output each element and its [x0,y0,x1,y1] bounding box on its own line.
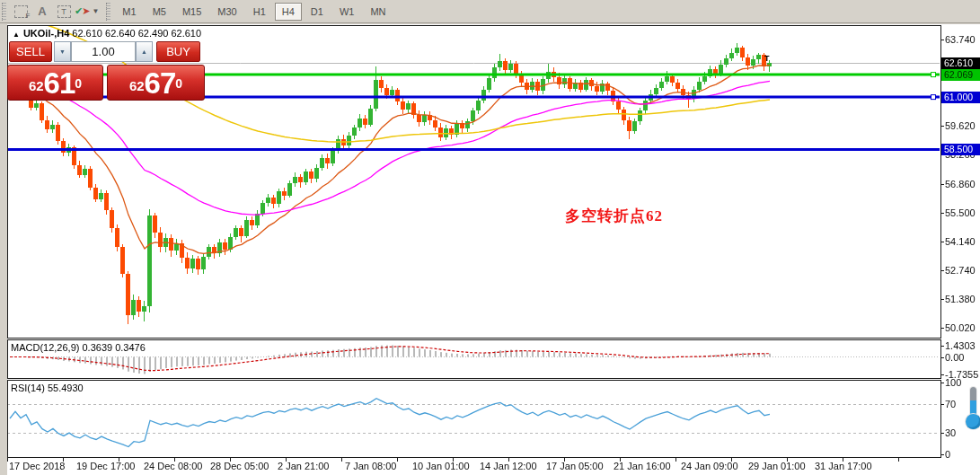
buy-price-box[interactable]: 62670 [107,65,205,101]
price-tick-label: 56.860 [945,179,976,189]
timeframe-button-h4[interactable]: H4 [275,3,302,21]
symbol-period-label: UKOil-,H4 [23,28,69,39]
thermometer-bulb-icon [966,414,980,429]
arrow-objects-icon: ✔➤ [75,5,89,17]
price-tick-label: 50.020 [945,322,976,333]
ohlc-readout: 62.610 62.640 62.490 62.610 [72,28,201,39]
price-level-badge: 62.069 [941,69,980,81]
timeframe-button-h1[interactable]: H1 [246,3,273,21]
timeframe-button-m15[interactable]: M15 [175,3,208,21]
top-toolbar: F A T ✔➤ ▼ M1M5M15M30H1H4D1W1MN [0,0,980,23]
price-tick-label: 51.380 [945,294,976,304]
price-level-badge: 62.610 [941,57,980,69]
volume-field-wrap [71,41,136,62]
text-box-tool-button[interactable]: T [53,2,75,22]
date-tick-label: 29 Jan 01:00 [748,461,806,471]
price-tick-label: 54.140 [945,236,976,247]
sell-price-big: 61 [44,68,75,98]
price-level-badge: 61.000 [941,92,980,103]
rsi-scale-label: 30 [945,427,956,438]
date-tick-label: 24 Dec 08:00 [144,461,202,471]
sell-price-sup: 0 [75,66,82,101]
timeframe-button-d1[interactable]: D1 [304,3,331,21]
buy-price-sup: 0 [175,66,182,101]
timeframe-button-mn[interactable]: MN [363,3,393,21]
date-tick-label: 7 Jan 08:00 [345,461,397,471]
date-tick-label: 19 Dec 17:00 [76,461,135,471]
date-tick-label: 31 Jan 17:00 [815,461,872,471]
mt4-window: F A T ✔➤ ▼ M1M5M15M30H1H4D1W1MN ▲UKOil-,… [0,0,980,475]
date-tick-label: 2 Jan 21:00 [278,461,330,471]
trade-marker-t: T [764,54,770,63]
toolbar-grip[interactable] [2,3,6,21]
rsi-label: RSI(14) 55.4930 [11,383,84,393]
buy-price-prefix: 62 [129,75,145,98]
macd-scale-label: 1.4303 [945,340,976,351]
price-tick-label: 63.740 [945,34,976,45]
date-tick-label: 24 Jan 09:00 [681,461,738,471]
chart-title: ▲UKOil-,H4 62.610 62.640 62.490 62.610 [13,28,201,39]
date-tick-label: 21 Jan 16:00 [614,461,671,471]
collapse-arrow-icon[interactable]: ▲ [13,31,20,39]
arrow-objects-tool-button[interactable]: ✔➤ ▼ [75,2,99,22]
text-a-icon: A [38,4,46,18]
sell-price-prefix: 62 [29,75,44,98]
price-tick-label: 52.740 [945,265,976,276]
marquee-icon: F [14,5,28,18]
timeframe-button-m30[interactable]: M30 [210,3,243,21]
date-tick-label: 17 Dec 2018 [9,461,65,471]
one-click-trading-panel: SELL ▼ ▲ BUY 62610 62670 [9,41,205,101]
buy-button[interactable]: BUY [156,41,200,62]
volume-decrease-button[interactable]: ▼ [54,41,71,62]
sell-price-box[interactable]: 62610 [7,65,103,101]
thermometer-widget[interactable] [965,387,980,430]
sell-button[interactable]: SELL [9,41,52,62]
timeframe-button-m1[interactable]: M1 [115,3,143,21]
text-box-icon: T [57,5,71,18]
buy-price-big: 67 [145,68,176,98]
date-tick-label: 14 Jan 12:00 [480,461,537,471]
date-tick-label: 10 Jan 01:00 [412,461,470,471]
chinese-annotation[interactable]: 多空转折点62 [565,206,663,226]
rsi-scale-label: 100 [945,377,961,388]
timeframe-button-m5[interactable]: M5 [146,3,173,21]
macd-label: MACD(12,26,9) 0.3639 0.3476 [11,342,146,353]
marquee-f-tool-button[interactable]: F [10,2,31,22]
macd-scale-label: 0.00 [945,352,964,363]
text-a-tool-button[interactable]: A [31,2,53,22]
rsi-scale-label: 70 [945,399,956,409]
timeframe-bar: M1M5M15M30H1H4D1W1MN [114,3,393,21]
price-tick-label: 59.620 [945,120,976,131]
rsi-scale-label: 0 [945,449,950,460]
thermometer-tube-icon [970,387,976,418]
timeframe-button-w1[interactable]: W1 [332,3,362,21]
chevron-down-icon: ▼ [92,7,99,15]
volume-input[interactable] [72,42,135,61]
price-level-badge: 58.500 [941,144,980,155]
toolbar-grip-2[interactable] [106,3,110,21]
volume-increase-button[interactable]: ▲ [136,41,153,62]
date-tick-label: 17 Jan 05:00 [546,461,604,471]
date-tick-label: 28 Dec 05:00 [210,461,269,471]
price-tick-label: 55.500 [945,207,976,218]
